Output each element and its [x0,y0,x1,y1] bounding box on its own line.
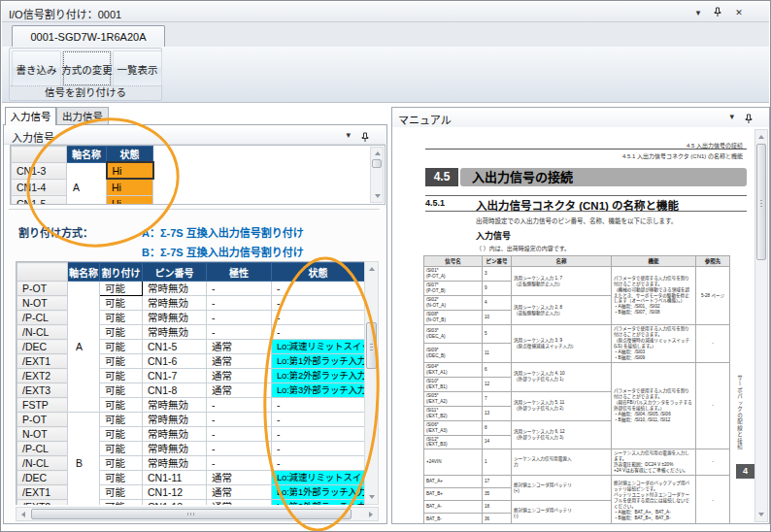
window-pin-icon[interactable] [711,7,724,18]
grid-polarity[interactable]: 通常 [207,369,272,383]
grid-signal[interactable]: /EXT2 [17,500,68,506]
grid-signal[interactable]: P-OT [17,413,68,427]
window-close-icon[interactable]: ✕ [732,7,746,18]
grid-pin[interactable]: 常時無効 [143,456,207,471]
grid-pin[interactable]: CN1-13 [143,500,207,506]
grid-state[interactable]: - [272,427,365,442]
grid-polarity[interactable]: 通常 [207,471,272,485]
grid-state[interactable]: - [272,311,365,325]
grid-axis-b[interactable]: B [68,413,100,506]
grid-assign[interactable]: 可能 [100,413,143,427]
grid-signal[interactable]: /N-CL [17,325,68,340]
grid-pin[interactable]: 常時無効 [143,442,207,456]
grid-signal[interactable]: /EXT3 [17,383,68,398]
grid-polarity[interactable]: 通常 [207,354,272,369]
grid-pin[interactable]: 常時無効 [143,296,207,311]
grid-assign[interactable]: 可能 [100,282,143,296]
grid-signal[interactable]: P-OT [17,282,68,296]
grid-signal[interactable]: /DEC [17,471,68,485]
grid-pin[interactable]: 常時無効 [143,325,207,340]
grid-state[interactable]: - [272,413,365,427]
grid-state[interactable]: Lo:第2外部ラッチ入力オフ [272,369,365,383]
grid-polarity[interactable]: - [207,456,272,471]
grid-assign[interactable]: 可能 [100,369,143,383]
change-method-button[interactable]: 方式の変更 [62,50,112,86]
grid-pin[interactable]: CN1-12 [143,485,207,500]
grid-assign[interactable]: 可能 [100,325,143,340]
grid-polarity[interactable]: - [207,282,272,296]
grid-signal[interactable]: /EXT2 [17,369,68,383]
grid-signal[interactable]: N-OT [17,296,68,311]
grid-state[interactable]: - [272,325,365,340]
grid-pin[interactable]: CN1-6 [143,354,207,369]
grid-state[interactable]: - [272,296,365,311]
grid-pin[interactable]: CN1-8 [143,383,207,398]
grid-state[interactable]: - [272,442,365,456]
monitor-pin[interactable]: CN1-4 [12,179,67,195]
grid-polarity[interactable]: 通常 [207,383,272,398]
grid-signal[interactable]: FSTP [17,398,68,413]
grid-assign[interactable]: 可能 [100,500,143,506]
grid-signal[interactable]: /P-CL [17,311,68,325]
grid-signal[interactable]: /DEC [17,340,68,354]
grid-pin[interactable]: 常時無効 [143,427,207,442]
grid-assign[interactable]: 可能 [100,354,143,369]
grid-assign[interactable]: 可能 [100,383,143,398]
grid-pin[interactable]: 常時無効 [143,311,207,325]
grid-assign[interactable]: 可能 [100,340,143,354]
tab-input-signals[interactable]: 入力信号 [5,107,56,125]
monitor-axis[interactable]: A [67,162,107,205]
grid-state[interactable]: Lo:第2外部ラッチ入力オフ [272,500,365,506]
grid-pin[interactable]: 常時無効 [143,398,207,413]
grid-horizontal-scrollbar[interactable] [16,507,379,521]
grid-assign[interactable]: 可能 [100,471,143,485]
grid-assign[interactable]: 可能 [100,311,143,325]
grid-polarity[interactable]: - [207,311,272,325]
grid-polarity[interactable]: - [207,442,272,456]
grid-pin[interactable]: CN1-7 [143,369,207,383]
grid-vertical-scrollbar[interactable] [364,261,379,505]
grid-signal[interactable]: /P-CL [17,442,68,456]
list-view-button[interactable]: 一覧表示 [113,50,162,86]
grid-assign[interactable]: 可能 [100,427,143,442]
grid-pin[interactable]: CN1-5 [143,340,207,354]
grid-state[interactable]: - [272,282,365,296]
grid-assign[interactable]: 可能 [100,485,143,500]
grid-state[interactable]: Lo:第1外部ラッチ入力オフ [272,354,365,369]
panel-dropdown-icon[interactable]: ▾ [346,130,351,140]
grid-signal[interactable]: /EXT1 [17,485,68,500]
grid-polarity[interactable]: - [207,427,272,442]
tab-servo-device[interactable]: 0001-SGD7W-1R6A20A [12,25,165,48]
grid-polarity[interactable]: 通常 [207,500,272,506]
monitor-state[interactable]: Hi [107,195,153,205]
grid-assign[interactable]: 可能 [100,442,143,456]
grid-signal[interactable]: /EXT1 [17,354,68,369]
monitor-pin[interactable]: CN1-5 [12,195,67,205]
grid-axis-a[interactable]: A [68,282,100,413]
grid-pin[interactable]: 常時無効 [143,282,207,296]
grid-state[interactable]: Lo:第3外部ラッチ入力オフ [272,383,365,398]
monitor-vertical-scrollbar[interactable] [370,147,384,203]
grid-pin[interactable]: CN1-11 [143,471,207,485]
grid-state[interactable]: Lo:減速リミットスイッチオン [272,471,365,485]
grid-state[interactable]: Lo:第1外部ラッチ入力オフ [272,485,365,500]
monitor-state[interactable]: Hi [107,162,153,179]
write-button[interactable]: 書き込み [12,50,61,86]
grid-pin[interactable]: 常時無効 [143,413,207,427]
manual-vertical-scrollbar[interactable] [754,129,768,522]
panel-pin-icon[interactable] [744,111,754,128]
grid-signal[interactable]: /N-CL [17,456,68,471]
tab-output-signals[interactable]: 出力信号 [56,107,109,125]
grid-state[interactable]: Lo:減速リミットスイッチオン [272,340,365,354]
grid-assign[interactable]: 可能 [100,398,143,413]
grid-signal[interactable]: N-OT [17,427,68,442]
grid-polarity[interactable]: - [207,413,272,427]
monitor-state[interactable]: Hi [107,179,153,195]
monitor-pin[interactable]: CN1-3 [12,162,67,179]
grid-polarity[interactable]: - [207,325,272,340]
grid-polarity[interactable]: - [207,398,272,413]
grid-state[interactable]: - [272,456,365,471]
grid-assign[interactable]: 可能 [100,296,143,311]
grid-polarity[interactable]: 通常 [207,485,272,500]
grid-state[interactable]: - [272,398,365,413]
